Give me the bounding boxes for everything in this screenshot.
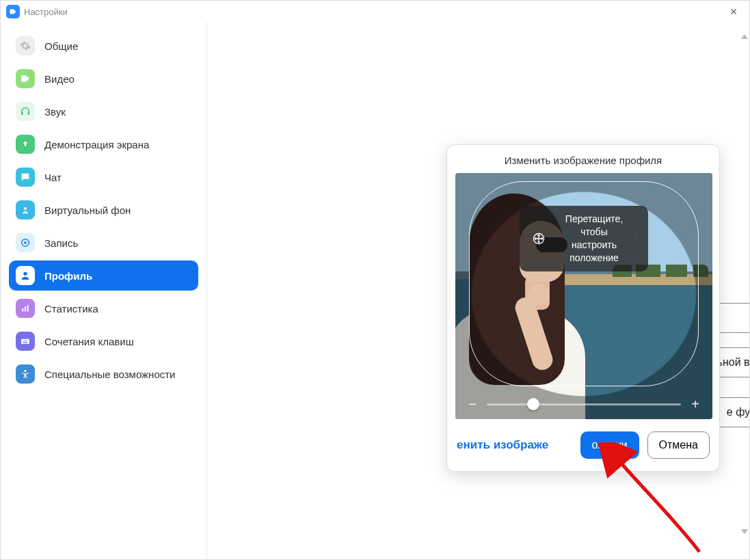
cancel-button[interactable]: Отмена [647,431,710,459]
zoom-slider[interactable]: − + [455,397,712,411]
keyboard-icon [16,332,35,351]
svg-rect-9 [21,339,29,344]
change-profile-image-modal: Изменить изображение профиля [446,144,720,472]
sidebar-item-label: Чат [44,172,62,183]
sidebar-item-statistics[interactable]: Статистика [9,293,198,323]
statistics-icon [16,299,35,318]
modal-title: Изменить изображение профиля [447,145,719,173]
sidebar-item-video[interactable]: Видео [9,64,198,94]
gear-icon [16,36,35,55]
close-window-button[interactable]: × [723,5,744,19]
sidebar-item-label: Общие [44,40,78,52]
video-icon [16,69,35,88]
profile-content: икина филь льной версии е функции Измени… [207,23,749,559]
profile-icon [16,266,35,285]
sidebar-item-general[interactable]: Общие [9,31,198,61]
drag-tip-overlay: Перетащите, чтобы настроить положение [520,206,648,271]
svg-rect-0 [21,112,23,116]
svg-rect-8 [27,305,29,311]
modal-actions: енить изображе охрани Отмена [447,419,719,471]
sidebar-item-label: Виртуальный фон [44,204,131,216]
sidebar-item-recording[interactable]: Запись [9,228,198,258]
record-icon [16,233,35,252]
settings-sidebar: Общие Видео Звук Демонстрация экрана Чат [1,23,207,559]
window-title: Настройки [24,7,68,17]
sidebar-item-label: Видео [44,73,75,85]
zoom-thumb[interactable] [527,398,539,410]
sidebar-item-keyboard-shortcuts[interactable]: Сочетания клавиш [9,326,198,356]
zoom-app-icon [6,5,20,18]
accessibility-icon [16,364,35,384]
svg-point-5 [23,272,27,276]
sidebar-item-label: Сочетания клавиш [44,336,134,347]
save-button[interactable]: охрани [580,431,639,459]
headphones-icon [16,102,35,121]
share-screen-icon [16,135,35,154]
sidebar-item-label: Специальные возможности [44,369,176,380]
svg-point-4 [24,241,27,244]
sidebar-item-virtual-background[interactable]: Виртуальный фон [9,195,198,225]
sidebar-item-label: Запись [44,237,78,249]
sidebar-item-accessibility[interactable]: Специальные возможности [9,359,198,389]
sidebar-item-label: Демонстрация экрана [44,139,149,150]
svg-rect-7 [25,306,26,311]
sidebar-item-label: Звук [44,106,66,118]
change-image-link[interactable]: енить изображе [457,438,548,452]
virtual-background-icon [16,200,35,219]
svg-rect-11 [25,341,25,341]
zoom-in-button[interactable]: + [689,397,701,411]
svg-rect-1 [27,112,29,116]
svg-rect-6 [22,308,23,312]
zoom-out-button[interactable]: − [466,397,479,411]
move-icon [532,232,546,245]
svg-rect-13 [23,342,28,343]
zoom-track[interactable] [487,403,681,405]
sidebar-item-label: Профиль [44,270,92,282]
svg-point-14 [24,370,26,372]
sidebar-item-label: Статистика [44,303,98,315]
svg-point-2 [24,207,27,210]
sidebar-item-chat[interactable]: Чат [9,162,198,192]
sidebar-item-share-screen[interactable]: Демонстрация экрана [9,129,198,159]
sidebar-item-profile[interactable]: Профиль [9,261,198,291]
titlebar: Настройки × [1,1,749,23]
svg-rect-10 [23,341,23,341]
svg-rect-12 [26,341,27,341]
vertical-scrollbar[interactable] [742,29,749,539]
chat-icon [16,168,35,187]
drag-tip-text: Перетащите, чтобы настроить положение [552,213,636,265]
image-crop-area[interactable]: Перетащите, чтобы настроить положение − … [455,173,712,419]
sidebar-item-audio[interactable]: Звук [9,96,198,126]
